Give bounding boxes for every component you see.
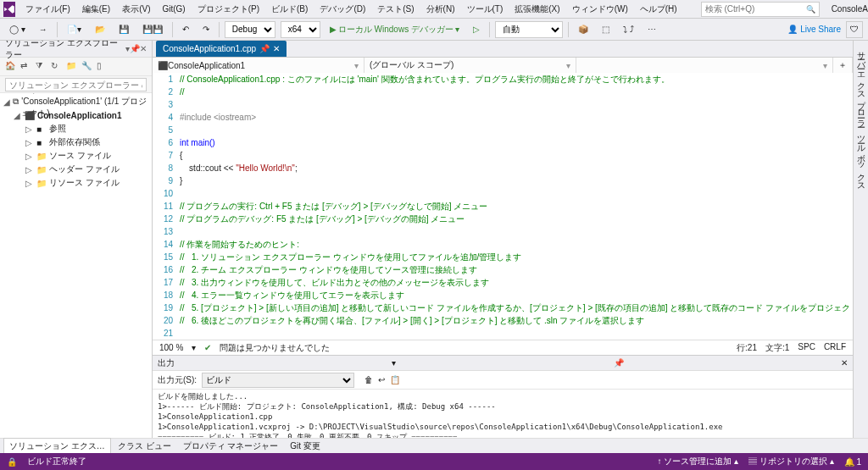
tree-node[interactable]: ▷📁リソース ファイル bbox=[0, 176, 152, 190]
collapse-icon[interactable]: ◢ bbox=[3, 97, 10, 107]
solution-explorer-toolbar: 🏠 ⇄ ⧩ ↻ 📁 🔧 ▯ bbox=[0, 58, 152, 76]
expand-icon[interactable]: ▷ bbox=[25, 138, 34, 147]
tree-node[interactable]: ▷■外部依存関係 bbox=[0, 135, 152, 149]
status-text: ビルド正常終了 bbox=[27, 456, 86, 467]
auto-combo[interactable]: 自動 bbox=[495, 21, 563, 38]
solution-tree[interactable]: ◢⧉ソリューション 'ConsoleApplication1' (1/1 プロジ… bbox=[0, 93, 152, 438]
eol-mode[interactable]: CRLF bbox=[824, 342, 846, 354]
bottom-tab-git[interactable]: Git 変更 bbox=[285, 439, 326, 454]
repo-select[interactable]: ▤ リポジトリの選択 ▴ bbox=[748, 456, 834, 467]
indent-mode[interactable]: SPC bbox=[798, 342, 815, 354]
expand-icon[interactable]: ▷ bbox=[25, 124, 34, 134]
output-goto-icon[interactable]: 📋 bbox=[390, 375, 400, 384]
sync-icon[interactable]: ↻ bbox=[51, 61, 63, 73]
menu-item[interactable]: ツール(T) bbox=[462, 2, 509, 17]
nav-member-combo[interactable]: ▾ bbox=[576, 58, 833, 73]
folder-icon: ■ bbox=[36, 138, 47, 147]
switch-views-icon[interactable]: ⇄ bbox=[20, 61, 32, 73]
panel-close-icon[interactable]: ✕ bbox=[140, 44, 147, 53]
folder-icon: 📁 bbox=[36, 179, 47, 188]
output-clear-icon[interactable]: 🗑 bbox=[364, 375, 373, 384]
menu-item[interactable]: デバッグ(D) bbox=[314, 2, 370, 17]
cursor-line: 行:21 bbox=[737, 342, 757, 354]
menu-item[interactable]: 表示(V) bbox=[117, 2, 155, 17]
admin-indicator: 🛡 bbox=[846, 21, 863, 38]
status-message: 問題は見つかりませんでした bbox=[220, 342, 330, 354]
new-item-button[interactable]: 📄▾ bbox=[63, 21, 86, 38]
bottom-tab-solution[interactable]: ソリューション エクス… bbox=[3, 438, 111, 455]
source-control-add[interactable]: ↑ ソース管理に追加 ▴ bbox=[658, 456, 739, 467]
search-icon: 🔍 bbox=[806, 5, 815, 14]
start-debug-button[interactable]: ▶ ローカル Windows デバッガー ▾ bbox=[326, 21, 464, 38]
menu-item[interactable]: 編集(E) bbox=[77, 2, 115, 17]
collapse-icon[interactable]: ◢ bbox=[14, 111, 22, 120]
config-combo[interactable]: Debug bbox=[225, 21, 275, 38]
quick-search[interactable]: 🔍 bbox=[701, 2, 820, 17]
tab-close-icon[interactable]: ✕ bbox=[273, 44, 280, 53]
nav-scope-combo[interactable]: (グローバル スコープ)▾ bbox=[364, 58, 576, 73]
code-editor[interactable]: 12345678910111213141516171819202122 // C… bbox=[153, 73, 853, 340]
tree-node[interactable]: ▷📁ソース ファイル bbox=[0, 149, 152, 163]
toolbar-misc1[interactable]: 📦 bbox=[574, 21, 593, 38]
lock-icon: 🔒 bbox=[7, 457, 17, 467]
panel-title: 出力 bbox=[158, 357, 175, 369]
server-explorer-tab[interactable]: サーバー エクスプローラー bbox=[855, 46, 866, 123]
tab-pin-icon[interactable]: 📌 bbox=[259, 44, 270, 53]
save-button[interactable]: 💾 bbox=[114, 21, 133, 38]
expand-icon[interactable]: ▷ bbox=[25, 152, 34, 161]
show-all-icon[interactable]: 📁 bbox=[66, 61, 78, 73]
tree-node[interactable]: ▷📁ヘッダー ファイル bbox=[0, 163, 152, 176]
menu-item[interactable]: ウィンドウ(W) bbox=[567, 2, 633, 17]
start-nodebug-button[interactable]: ▷ bbox=[469, 21, 484, 38]
preview-icon[interactable]: ▯ bbox=[97, 61, 108, 73]
undo-button[interactable]: ↶ bbox=[178, 21, 193, 38]
filter-icon[interactable]: ⧩ bbox=[36, 61, 47, 73]
menu-item[interactable]: ファイル(F) bbox=[20, 2, 75, 17]
menu-item[interactable]: プロジェクト(P) bbox=[192, 2, 264, 17]
output-source-combo[interactable]: ビルド bbox=[202, 373, 354, 388]
solution-search-input[interactable] bbox=[5, 78, 147, 91]
code-navbar: ⬛ ConsoleApplication1▾ (グローバル スコープ)▾ ▾ ＋ bbox=[153, 58, 853, 73]
nav-add-button[interactable]: ＋ bbox=[833, 58, 853, 73]
toolbox-tab[interactable]: ツールボックス bbox=[855, 130, 866, 186]
output-wrap-icon[interactable]: ↩ bbox=[378, 375, 385, 384]
solution-explorer-panel: ソリューション エクスプローラー ▾ 📌 ✕ 🏠 ⇄ ⧩ ↻ 📁 🔧 ▯ ◢⧉ソ… bbox=[0, 41, 153, 438]
nav-project-combo[interactable]: ⬛ ConsoleApplication1▾ bbox=[153, 58, 364, 73]
pin-icon[interactable]: 📌 bbox=[130, 44, 140, 53]
panel-close-icon[interactable]: ✕ bbox=[841, 358, 848, 368]
solution-node[interactable]: ◢⧉ソリューション 'ConsoleApplication1' (1/1 プロジ… bbox=[0, 95, 152, 108]
solution-explorer-header: ソリューション エクスプローラー ▾ 📌 ✕ bbox=[0, 41, 152, 58]
toolbar-misc4[interactable]: ⋯ bbox=[643, 21, 660, 38]
bottom-tab-propmgr[interactable]: プロパティ マネージャー bbox=[178, 439, 284, 454]
menu-item[interactable]: ヘルプ(H) bbox=[635, 2, 682, 17]
expand-icon[interactable]: ▷ bbox=[25, 165, 34, 174]
editor-tab-active[interactable]: ConsoleApplication1.cpp📌✕ bbox=[156, 41, 287, 57]
menu-item[interactable]: テスト(S) bbox=[372, 2, 419, 17]
home-icon[interactable]: 🏠 bbox=[5, 61, 17, 73]
menu-item[interactable]: ビルド(B) bbox=[266, 2, 313, 17]
nav-back-button[interactable]: ◯ ▾ bbox=[5, 21, 30, 38]
live-share-button[interactable]: 👤 Live Share bbox=[787, 25, 841, 34]
open-button[interactable]: 📂 bbox=[91, 21, 109, 38]
search-input[interactable] bbox=[705, 4, 806, 14]
platform-combo[interactable]: x64 bbox=[281, 21, 320, 38]
menu-item[interactable]: 拡張機能(X) bbox=[509, 2, 565, 17]
menubar: ファイル(F)編集(E)表示(V)Git(G)プロジェクト(P)ビルド(B)デバ… bbox=[0, 0, 868, 19]
toolbar-misc2[interactable]: ⬚ bbox=[598, 21, 614, 38]
redo-button[interactable]: ↷ bbox=[198, 21, 214, 38]
toolbar-misc3[interactable]: ⤵ ⤴ bbox=[619, 21, 638, 38]
output-text[interactable]: ビルドを開始しました... 1>------ ビルド開始: プロジェクト: Co… bbox=[153, 390, 853, 438]
expand-icon[interactable]: ▷ bbox=[25, 179, 34, 188]
properties-icon[interactable]: 🔧 bbox=[81, 61, 93, 73]
zoom-level[interactable]: 100 % bbox=[159, 343, 183, 352]
tree-node[interactable]: ▷■参照 bbox=[0, 122, 152, 135]
pin-icon[interactable]: 📌 bbox=[614, 358, 624, 368]
code-text[interactable]: // ConsoleApplication1.cpp : このファイルには 'm… bbox=[176, 73, 853, 340]
menu-item[interactable]: 分析(N) bbox=[421, 2, 460, 17]
panel-menu-icon[interactable]: ▾ bbox=[392, 358, 396, 368]
notifications-button[interactable]: 🔔 1 bbox=[844, 457, 861, 467]
bottom-tab-classview[interactable]: クラス ビュー bbox=[113, 439, 176, 454]
menu-item[interactable]: Git(G) bbox=[157, 3, 190, 15]
nav-fwd-button[interactable]: → bbox=[35, 21, 52, 38]
save-all-button[interactable]: 💾💾 bbox=[138, 21, 167, 38]
